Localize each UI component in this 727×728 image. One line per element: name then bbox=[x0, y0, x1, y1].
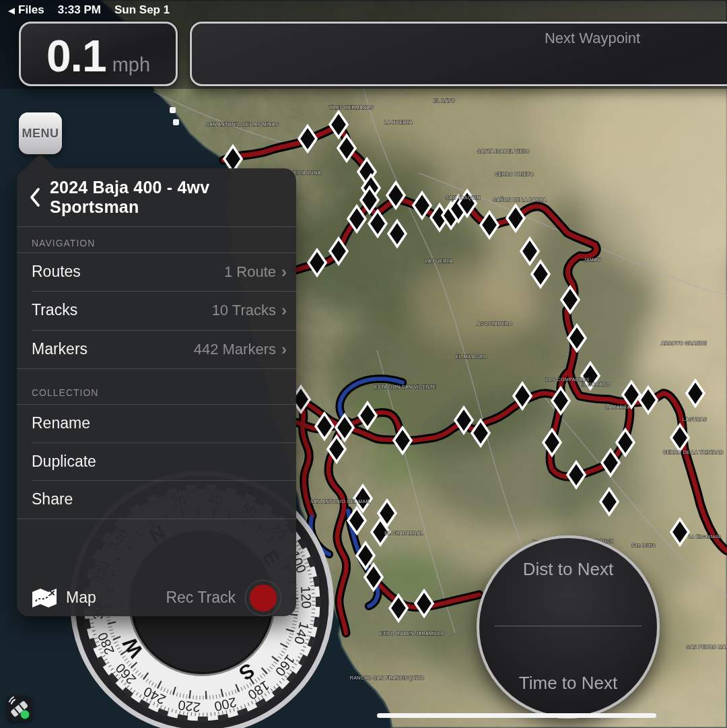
collection-popover: 2024 Baja 400 - 4wv Sportsman NAVIGATION… bbox=[17, 168, 296, 616]
status-bar: ◀Files 3:33 PM Sun Sep 1 bbox=[8, 3, 170, 17]
row-share[interactable]: Share bbox=[17, 480, 296, 519]
svg-text:AGOSTADERO: AGOSTADERO bbox=[477, 321, 513, 326]
back-chevron-icon[interactable] bbox=[24, 187, 46, 208]
svg-text:LA PARRA: LA PARRA bbox=[606, 405, 631, 409]
section-header-navigation: NAVIGATION bbox=[32, 238, 95, 249]
record-track-control[interactable]: Rec Track bbox=[166, 580, 281, 616]
svg-text:JAMAU: JAMAU bbox=[584, 257, 601, 262]
speed-unit: mph bbox=[112, 54, 150, 76]
collection-header: 2024 Baja 400 - 4wv Sportsman bbox=[17, 168, 296, 226]
next-waypoint-label: Next Waypoint bbox=[545, 30, 640, 47]
row-tracks[interactable]: Tracks 10 Tracks › bbox=[17, 291, 296, 329]
svg-text:TRES HERMANAS: TRES HERMANAS bbox=[329, 105, 374, 110]
record-button[interactable] bbox=[250, 585, 277, 611]
dist-time-widget[interactable]: Dist to Next Time to Next bbox=[477, 535, 660, 719]
svg-text:120: 120 bbox=[298, 586, 314, 609]
svg-text:San Isidro: San Isidro bbox=[631, 543, 656, 548]
row-markers[interactable]: Markers 442 Markers › bbox=[17, 330, 296, 368]
svg-text:EL DORADO: EL DORADO bbox=[580, 382, 611, 387]
svg-text:SANTA ISABEL VIEJO: SANTA ISABEL VIEJO bbox=[477, 149, 530, 154]
svg-text:SAN JOAQUIN: SAN JOAQUIN bbox=[446, 195, 481, 201]
svg-text:EL CHAPARRAL: EL CHAPARRAL bbox=[384, 531, 423, 535]
gps-fix-dot bbox=[21, 710, 30, 719]
menu-button-label: MENU bbox=[22, 127, 59, 141]
map-toggle-button[interactable]: Map bbox=[32, 587, 96, 609]
svg-text:LOS COMPADRES: LOS COMPADRES bbox=[545, 377, 590, 382]
chevron-right-icon: › bbox=[281, 265, 287, 279]
svg-text:EL MILAGRO: EL MILAGRO bbox=[456, 354, 487, 359]
speed-value: 0.1 bbox=[46, 28, 106, 84]
svg-text:SAN ANTONIO DE LAS MINAS: SAN ANTONIO DE LAS MINAS bbox=[206, 122, 279, 127]
svg-text:ARROYO GRANDE: ARROYO GRANDE bbox=[661, 341, 706, 345]
row-duplicate[interactable]: Duplicate bbox=[17, 442, 296, 481]
back-triangle-icon: ◀ bbox=[8, 5, 15, 15]
panel-footer: Map Rec Track bbox=[17, 579, 296, 616]
svg-text:CERRO PRIETO: CERRO PRIETO bbox=[495, 172, 534, 176]
svg-text:ESTACION SAN VICENTE: ESTACION SAN VICENTE bbox=[374, 385, 436, 389]
map-icon bbox=[32, 587, 57, 609]
svg-text:CAÑON DE LA PARRA: CAÑON DE LA PARRA bbox=[493, 197, 546, 202]
svg-text:SAN PEDRO MARTIR: SAN PEDRO MARTIR bbox=[687, 644, 727, 649]
home-indicator[interactable] bbox=[377, 713, 656, 718]
svg-text:LA PUERTA: LA PUERTA bbox=[425, 259, 452, 263]
svg-text:LAGUNAS: LAGUNAS bbox=[683, 417, 707, 422]
record-button-ring bbox=[245, 580, 281, 616]
time-to-next-label: Time to Next bbox=[479, 673, 657, 694]
gauge-divider bbox=[495, 626, 642, 626]
gps-status-icon[interactable] bbox=[7, 696, 32, 721]
dist-to-next-label: Dist to Next bbox=[479, 559, 657, 580]
map-toggle-label: Map bbox=[66, 589, 96, 607]
speed-widget[interactable]: 0.1 mph bbox=[19, 22, 178, 86]
status-date: Sun Sep 1 bbox=[114, 3, 170, 17]
row-rename[interactable]: Rename bbox=[17, 404, 296, 442]
collection-title: 2024 Baja 400 - 4wv Sportsman bbox=[50, 178, 296, 217]
svg-text:RANCHO SAN FRANCISQUITO: RANCHO SAN FRANCISQUITO bbox=[350, 675, 425, 681]
chevron-right-icon: › bbox=[281, 343, 287, 356]
svg-text:CERRO DE LA TRINIDAD: CERRO DE LA TRINIDAD bbox=[663, 450, 724, 455]
rec-track-label: Rec Track bbox=[166, 589, 236, 607]
svg-text:EL RAYO: EL RAYO bbox=[434, 98, 456, 103]
chevron-right-icon: › bbox=[281, 304, 287, 317]
svg-text:La Encantada: La Encantada bbox=[689, 534, 721, 539]
svg-text:EJIDO RUBEN JARAMILLO: EJIDO RUBEN JARAMILLO bbox=[380, 631, 444, 636]
svg-text:220: 220 bbox=[177, 698, 201, 715]
svg-text:LA HUERTA: LA HUERTA bbox=[384, 120, 413, 125]
next-waypoint-widget[interactable]: Next Waypoint bbox=[190, 22, 727, 86]
menu-button[interactable]: MENU bbox=[19, 112, 62, 154]
status-time: 3:33 PM bbox=[58, 3, 101, 17]
section-header-collection: COLLECTION bbox=[32, 387, 98, 398]
back-to-app[interactable]: ◀Files bbox=[8, 3, 44, 17]
row-routes[interactable]: Routes 1 Route › bbox=[17, 253, 296, 291]
